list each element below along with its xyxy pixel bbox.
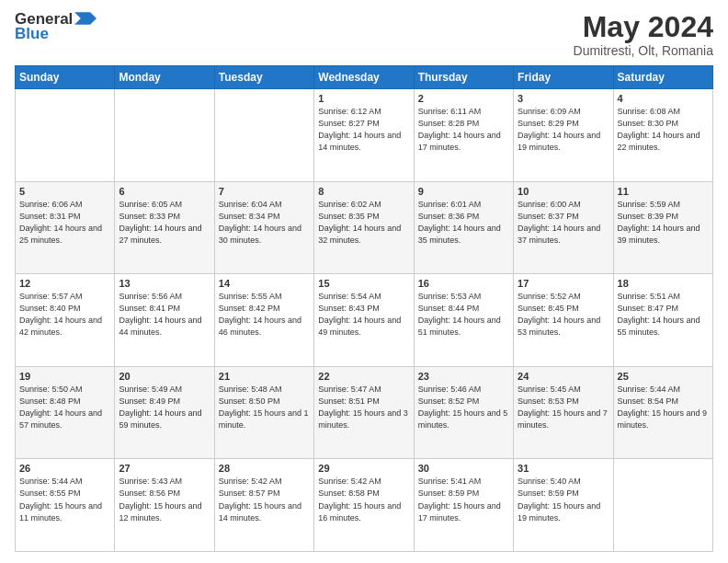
calendar-day-cell: 21Sunrise: 5:48 AM Sunset: 8:50 PM Dayli… bbox=[214, 366, 313, 459]
calendar-day-cell: 22Sunrise: 5:47 AM Sunset: 8:51 PM Dayli… bbox=[314, 366, 414, 459]
day-info: Sunrise: 5:52 AM Sunset: 8:45 PM Dayligh… bbox=[518, 291, 609, 339]
day-info: Sunrise: 5:50 AM Sunset: 8:48 PM Dayligh… bbox=[19, 384, 110, 431]
day-info: Sunrise: 5:45 AM Sunset: 8:53 PM Dayligh… bbox=[518, 384, 609, 431]
calendar-week-5: 26Sunrise: 5:44 AM Sunset: 8:55 PM Dayli… bbox=[16, 459, 713, 552]
day-header-saturday: Saturday bbox=[613, 66, 712, 89]
calendar-day-cell: 14Sunrise: 5:55 AM Sunset: 8:42 PM Dayli… bbox=[214, 274, 313, 367]
logo: General Blue bbox=[15, 11, 97, 43]
calendar-day-cell: 2Sunrise: 6:11 AM Sunset: 8:28 PM Daylig… bbox=[414, 89, 513, 182]
calendar-day-cell: 30Sunrise: 5:41 AM Sunset: 8:59 PM Dayli… bbox=[414, 459, 513, 552]
calendar-day-cell: 24Sunrise: 5:45 AM Sunset: 8:53 PM Dayli… bbox=[514, 366, 613, 459]
day-info: Sunrise: 5:51 AM Sunset: 8:47 PM Dayligh… bbox=[618, 291, 709, 339]
calendar-table: SundayMondayTuesdayWednesdayThursdayFrid… bbox=[15, 65, 713, 552]
day-number: 11 bbox=[618, 186, 709, 197]
day-number: 6 bbox=[119, 186, 210, 197]
day-info: Sunrise: 6:08 AM Sunset: 8:30 PM Dayligh… bbox=[618, 106, 709, 154]
calendar-day-cell bbox=[214, 89, 313, 182]
day-number: 24 bbox=[518, 371, 609, 382]
day-info: Sunrise: 5:46 AM Sunset: 8:52 PM Dayligh… bbox=[418, 384, 509, 431]
calendar-day-cell: 20Sunrise: 5:49 AM Sunset: 8:49 PM Dayli… bbox=[115, 366, 214, 459]
day-info: Sunrise: 5:54 AM Sunset: 8:43 PM Dayligh… bbox=[318, 291, 409, 339]
day-info: Sunrise: 5:42 AM Sunset: 8:58 PM Dayligh… bbox=[318, 476, 409, 523]
day-number: 21 bbox=[219, 371, 310, 382]
calendar-day-cell: 3Sunrise: 6:09 AM Sunset: 8:29 PM Daylig… bbox=[514, 89, 613, 182]
calendar-day-cell: 17Sunrise: 5:52 AM Sunset: 8:45 PM Dayli… bbox=[514, 274, 613, 367]
calendar-day-cell: 28Sunrise: 5:42 AM Sunset: 8:57 PM Dayli… bbox=[214, 459, 313, 552]
title-block: May 2024 Dumitresti, Olt, Romania bbox=[574, 11, 713, 58]
day-info: Sunrise: 6:12 AM Sunset: 8:27 PM Dayligh… bbox=[318, 106, 409, 154]
calendar-day-cell: 19Sunrise: 5:50 AM Sunset: 8:48 PM Dayli… bbox=[16, 366, 115, 459]
calendar-day-cell bbox=[115, 89, 214, 182]
location: Dumitresti, Olt, Romania bbox=[574, 43, 713, 58]
calendar-day-cell: 8Sunrise: 6:02 AM Sunset: 8:35 PM Daylig… bbox=[314, 181, 414, 274]
calendar-day-cell: 29Sunrise: 5:42 AM Sunset: 8:58 PM Dayli… bbox=[314, 459, 414, 552]
day-header-monday: Monday bbox=[115, 66, 214, 89]
calendar-week-2: 5Sunrise: 6:06 AM Sunset: 8:31 PM Daylig… bbox=[16, 181, 713, 274]
day-info: Sunrise: 5:57 AM Sunset: 8:40 PM Dayligh… bbox=[19, 291, 110, 339]
day-number: 22 bbox=[318, 371, 409, 382]
day-info: Sunrise: 5:40 AM Sunset: 8:59 PM Dayligh… bbox=[518, 476, 609, 523]
calendar-day-cell: 9Sunrise: 6:01 AM Sunset: 8:36 PM Daylig… bbox=[414, 181, 513, 274]
day-number: 18 bbox=[618, 278, 709, 289]
calendar-day-cell: 26Sunrise: 5:44 AM Sunset: 8:55 PM Dayli… bbox=[16, 459, 115, 552]
day-header-wednesday: Wednesday bbox=[314, 66, 414, 89]
logo-arrow-icon bbox=[74, 12, 97, 25]
day-number: 4 bbox=[618, 93, 709, 104]
day-number: 8 bbox=[318, 186, 409, 197]
svg-marker-0 bbox=[74, 12, 97, 25]
day-header-tuesday: Tuesday bbox=[214, 66, 313, 89]
day-number: 26 bbox=[19, 463, 110, 474]
calendar-day-cell: 12Sunrise: 5:57 AM Sunset: 8:40 PM Dayli… bbox=[16, 274, 115, 367]
day-info: Sunrise: 6:09 AM Sunset: 8:29 PM Dayligh… bbox=[518, 106, 609, 154]
day-number: 25 bbox=[618, 371, 709, 382]
day-number: 7 bbox=[219, 186, 310, 197]
calendar-day-cell: 6Sunrise: 6:05 AM Sunset: 8:33 PM Daylig… bbox=[115, 181, 214, 274]
calendar-day-cell: 11Sunrise: 5:59 AM Sunset: 8:39 PM Dayli… bbox=[613, 181, 712, 274]
day-info: Sunrise: 5:42 AM Sunset: 8:57 PM Dayligh… bbox=[219, 476, 310, 523]
day-info: Sunrise: 5:56 AM Sunset: 8:41 PM Dayligh… bbox=[119, 291, 210, 339]
day-number: 2 bbox=[418, 93, 509, 104]
day-info: Sunrise: 5:59 AM Sunset: 8:39 PM Dayligh… bbox=[618, 199, 709, 247]
calendar-day-cell: 23Sunrise: 5:46 AM Sunset: 8:52 PM Dayli… bbox=[414, 366, 513, 459]
calendar-day-cell: 10Sunrise: 6:00 AM Sunset: 8:37 PM Dayli… bbox=[514, 181, 613, 274]
day-number: 16 bbox=[418, 278, 509, 289]
header: General Blue May 2024 Dumitresti, Olt, R… bbox=[15, 11, 713, 58]
month-title: May 2024 bbox=[574, 11, 713, 43]
calendar-day-cell: 16Sunrise: 5:53 AM Sunset: 8:44 PM Dayli… bbox=[414, 274, 513, 367]
day-info: Sunrise: 6:00 AM Sunset: 8:37 PM Dayligh… bbox=[518, 199, 609, 247]
day-number: 14 bbox=[219, 278, 310, 289]
day-info: Sunrise: 5:41 AM Sunset: 8:59 PM Dayligh… bbox=[418, 476, 509, 523]
day-number: 20 bbox=[119, 371, 210, 382]
day-header-thursday: Thursday bbox=[414, 66, 513, 89]
day-number: 19 bbox=[19, 371, 110, 382]
day-number: 3 bbox=[518, 93, 609, 104]
day-number: 5 bbox=[19, 186, 110, 197]
calendar-week-1: 1Sunrise: 6:12 AM Sunset: 8:27 PM Daylig… bbox=[16, 89, 713, 182]
logo-blue: Blue bbox=[15, 25, 49, 43]
calendar-week-3: 12Sunrise: 5:57 AM Sunset: 8:40 PM Dayli… bbox=[16, 274, 713, 367]
calendar-day-cell bbox=[613, 459, 712, 552]
day-header-friday: Friday bbox=[514, 66, 613, 89]
day-info: Sunrise: 6:04 AM Sunset: 8:34 PM Dayligh… bbox=[219, 199, 310, 247]
day-info: Sunrise: 5:44 AM Sunset: 8:54 PM Dayligh… bbox=[618, 384, 709, 431]
day-number: 13 bbox=[119, 278, 210, 289]
day-info: Sunrise: 6:11 AM Sunset: 8:28 PM Dayligh… bbox=[418, 106, 509, 154]
calendar-week-4: 19Sunrise: 5:50 AM Sunset: 8:48 PM Dayli… bbox=[16, 366, 713, 459]
day-info: Sunrise: 6:06 AM Sunset: 8:31 PM Dayligh… bbox=[19, 199, 110, 247]
day-number: 1 bbox=[318, 93, 409, 104]
day-header-sunday: Sunday bbox=[16, 66, 115, 89]
calendar-day-cell: 4Sunrise: 6:08 AM Sunset: 8:30 PM Daylig… bbox=[613, 89, 712, 182]
day-number: 31 bbox=[518, 463, 609, 474]
day-number: 29 bbox=[318, 463, 409, 474]
day-number: 15 bbox=[318, 278, 409, 289]
day-info: Sunrise: 6:01 AM Sunset: 8:36 PM Dayligh… bbox=[418, 199, 509, 247]
day-number: 12 bbox=[19, 278, 110, 289]
day-info: Sunrise: 5:44 AM Sunset: 8:55 PM Dayligh… bbox=[19, 476, 110, 523]
calendar-day-cell: 5Sunrise: 6:06 AM Sunset: 8:31 PM Daylig… bbox=[16, 181, 115, 274]
calendar-day-cell: 15Sunrise: 5:54 AM Sunset: 8:43 PM Dayli… bbox=[314, 274, 414, 367]
calendar-day-cell: 31Sunrise: 5:40 AM Sunset: 8:59 PM Dayli… bbox=[514, 459, 613, 552]
day-info: Sunrise: 5:49 AM Sunset: 8:49 PM Dayligh… bbox=[119, 384, 210, 431]
day-number: 17 bbox=[518, 278, 609, 289]
calendar-day-cell: 7Sunrise: 6:04 AM Sunset: 8:34 PM Daylig… bbox=[214, 181, 313, 274]
day-info: Sunrise: 5:43 AM Sunset: 8:56 PM Dayligh… bbox=[119, 476, 210, 523]
